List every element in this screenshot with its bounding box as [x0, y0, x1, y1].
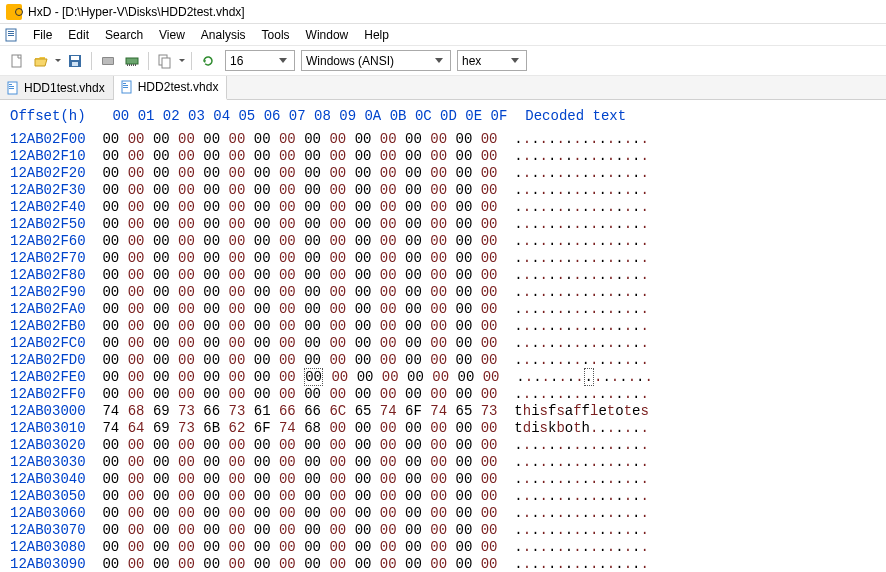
decoded-char[interactable]: .: [582, 505, 590, 521]
hex-byte[interactable]: 00: [279, 437, 296, 453]
decoded-char[interactable]: .: [514, 505, 522, 521]
hex-byte[interactable]: 00: [456, 335, 473, 351]
hex-byte[interactable]: 00: [329, 284, 346, 300]
hex-byte[interactable]: 00: [405, 488, 422, 504]
decoded-char[interactable]: .: [615, 420, 623, 436]
hex-byte[interactable]: 00: [178, 131, 195, 147]
hex-byte[interactable]: 00: [329, 199, 346, 215]
decoded-char[interactable]: f: [582, 403, 590, 419]
hex-byte[interactable]: 00: [481, 250, 498, 266]
decoded-char[interactable]: .: [624, 454, 632, 470]
decoded-char[interactable]: .: [540, 216, 548, 232]
hex-byte[interactable]: 00: [153, 471, 170, 487]
hex-byte[interactable]: 00: [355, 539, 372, 555]
hex-row[interactable]: 12AB02FE0 00 00 00 00 00 00 00 00 00 00 …: [10, 369, 876, 386]
decoded-char[interactable]: .: [615, 386, 623, 402]
tab-hdd1test[interactable]: HDD1test.vhdx: [0, 76, 114, 99]
decoded-char[interactable]: .: [556, 148, 564, 164]
hex-byte[interactable]: 00: [481, 284, 498, 300]
decoded-char[interactable]: .: [523, 318, 531, 334]
hex-row[interactable]: 12AB02FD0 00 00 00 00 00 00 00 00 00 00 …: [10, 352, 876, 369]
decoded-char[interactable]: .: [573, 267, 581, 283]
decoded-char[interactable]: e: [598, 403, 606, 419]
copy-button[interactable]: [154, 50, 176, 72]
hex-byte[interactable]: 00: [380, 454, 397, 470]
open-file-button[interactable]: [30, 50, 52, 72]
hex-row[interactable]: 12AB02FB0 00 00 00 00 00 00 00 00 00 00 …: [10, 318, 876, 335]
hex-byte[interactable]: 00: [102, 369, 119, 385]
hex-byte[interactable]: 00: [430, 420, 447, 436]
hex-byte[interactable]: 00: [203, 199, 220, 215]
hex-byte[interactable]: 00: [355, 522, 372, 538]
system-menu-icon[interactable]: [4, 27, 20, 43]
hex-byte[interactable]: 00: [380, 250, 397, 266]
hex-byte[interactable]: 00: [380, 539, 397, 555]
hex-byte[interactable]: 00: [380, 284, 397, 300]
hex-byte[interactable]: 00: [229, 488, 246, 504]
hex-byte[interactable]: 00: [481, 352, 498, 368]
decoded-char[interactable]: .: [615, 335, 623, 351]
decoded-char[interactable]: .: [611, 369, 619, 385]
decoded-char[interactable]: .: [556, 216, 564, 232]
hex-byte[interactable]: 00: [178, 437, 195, 453]
hex-byte[interactable]: 00: [380, 131, 397, 147]
hex-byte[interactable]: 00: [430, 216, 447, 232]
hex-byte[interactable]: 00: [329, 454, 346, 470]
hex-byte[interactable]: 00: [405, 556, 422, 572]
refresh-button[interactable]: [197, 50, 219, 72]
decoded-char[interactable]: .: [582, 522, 590, 538]
decoded-char[interactable]: .: [540, 386, 548, 402]
hex-byte[interactable]: 00: [329, 148, 346, 164]
decoded-char[interactable]: .: [640, 216, 648, 232]
decoded-char[interactable]: .: [582, 386, 590, 402]
hex-byte[interactable]: 68: [304, 420, 321, 436]
hex-byte[interactable]: 00: [254, 284, 271, 300]
hex-byte[interactable]: 00: [229, 165, 246, 181]
decoded-char[interactable]: .: [556, 505, 564, 521]
hex-byte[interactable]: 00: [203, 369, 220, 385]
hex-byte[interactable]: 00: [380, 386, 397, 402]
hex-byte[interactable]: 00: [456, 437, 473, 453]
open-dropdown-button[interactable]: [54, 50, 62, 72]
hex-byte[interactable]: 00: [229, 233, 246, 249]
hex-byte[interactable]: 00: [304, 301, 321, 317]
hex-byte[interactable]: 00: [304, 335, 321, 351]
hex-byte[interactable]: 00: [203, 250, 220, 266]
decoded-char[interactable]: .: [640, 386, 648, 402]
decoded-char[interactable]: .: [573, 522, 581, 538]
hex-byte[interactable]: 00: [229, 267, 246, 283]
decoded-char[interactable]: .: [582, 233, 590, 249]
hex-byte[interactable]: 00: [481, 505, 498, 521]
hex-byte[interactable]: 00: [481, 556, 498, 572]
hex-byte[interactable]: 00: [355, 301, 372, 317]
hex-byte[interactable]: 00: [102, 505, 119, 521]
decoded-char[interactable]: .: [523, 233, 531, 249]
hex-byte[interactable]: 00: [279, 148, 296, 164]
decoded-char[interactable]: .: [540, 454, 548, 470]
hex-byte[interactable]: 00: [430, 522, 447, 538]
decoded-char[interactable]: .: [582, 199, 590, 215]
hex-byte[interactable]: 00: [254, 488, 271, 504]
decoded-char[interactable]: f: [573, 403, 581, 419]
hex-byte[interactable]: 00: [203, 131, 220, 147]
decoded-char[interactable]: .: [531, 165, 539, 181]
hex-byte[interactable]: 00: [456, 522, 473, 538]
bytes-per-row-combo[interactable]: 16: [225, 50, 295, 71]
hex-byte[interactable]: 6F: [254, 420, 271, 436]
decoded-char[interactable]: .: [598, 182, 606, 198]
save-button[interactable]: [64, 50, 86, 72]
hex-byte[interactable]: 6C: [329, 403, 346, 419]
menu-analysis[interactable]: Analysis: [194, 26, 253, 44]
hex-byte[interactable]: 00: [405, 522, 422, 538]
decoded-char[interactable]: .: [573, 250, 581, 266]
hex-byte[interactable]: 00: [481, 454, 498, 470]
decoded-char[interactable]: .: [582, 182, 590, 198]
hex-byte[interactable]: 00: [178, 335, 195, 351]
decoded-char[interactable]: .: [615, 539, 623, 555]
hex-byte[interactable]: 00: [481, 216, 498, 232]
decoded-char[interactable]: b: [556, 420, 564, 436]
hex-byte[interactable]: 00: [102, 301, 119, 317]
hex-byte[interactable]: 00: [128, 369, 145, 385]
decoded-char[interactable]: s: [640, 403, 648, 419]
decoded-char[interactable]: .: [640, 318, 648, 334]
